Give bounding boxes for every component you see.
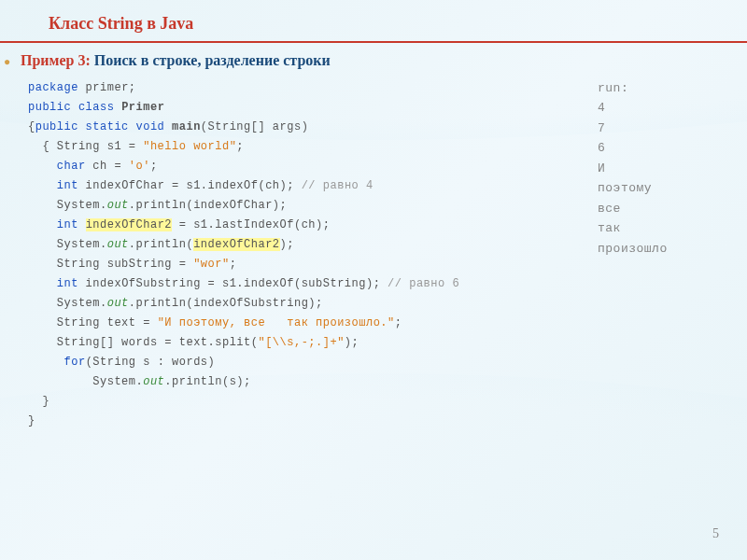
code-out: out <box>107 238 129 251</box>
output-line: поэтому <box>598 181 652 195</box>
code-text: String subString = <box>28 258 193 271</box>
code-text <box>28 277 57 290</box>
code-string: "И поэтому, все так произошло." <box>158 316 395 329</box>
code-text: System. <box>28 297 107 310</box>
code-comment: // равно 4 <box>302 179 374 192</box>
code-text: ; <box>395 316 402 329</box>
code-keyword: for <box>64 356 86 369</box>
code-text: indexOfChar = s1.indexOf(ch); <box>78 179 302 192</box>
code-text: ); <box>345 336 359 349</box>
code-highlighted: indexOfChar2 <box>86 218 172 231</box>
code-text <box>28 356 64 369</box>
code-text: (String s : words) <box>86 356 216 369</box>
code-text: ; <box>236 140 244 153</box>
example-number: Пример 3: <box>21 52 91 68</box>
code-string: "wor" <box>193 258 230 271</box>
code-text: System. <box>28 238 107 251</box>
code-keyword: int <box>57 277 78 290</box>
code-text: .println(indexOfSubstring); <box>129 297 323 310</box>
code-text: ; <box>230 258 237 271</box>
example-description: Поиск в строке, разделение строки <box>91 52 331 68</box>
code-text: System. <box>28 199 107 212</box>
output-line: все <box>598 202 621 216</box>
code-text: String[] words = text.split( <box>28 336 258 349</box>
code-text: .println( <box>129 238 193 251</box>
code-text: String text = <box>28 316 158 329</box>
code-keyword: char <box>57 160 86 173</box>
code-keyword: int <box>57 218 78 231</box>
output-line: 6 <box>598 141 605 155</box>
code-text: .println(indexOfChar); <box>129 199 287 212</box>
code-text: { String s1 = <box>28 140 143 153</box>
subtitle: Пример 3: Поиск в строке, разделение стр… <box>0 52 747 78</box>
code-out: out <box>107 297 129 310</box>
code-highlighted: indexOfChar2 <box>193 238 279 251</box>
code-keyword: int <box>57 179 78 192</box>
decorative-wave-bottom <box>0 373 747 560</box>
code-comment: // равно 6 <box>388 277 459 290</box>
code-text <box>78 218 86 231</box>
page-number: 5 <box>712 526 719 541</box>
code-string: "[\\s,-;.]+" <box>258 336 344 349</box>
code-text <box>28 218 57 231</box>
code-text <box>28 160 57 173</box>
output-line: так <box>598 221 621 235</box>
output-line: И <box>598 161 605 175</box>
code-out: out <box>107 199 129 212</box>
code-char: 'o' <box>129 160 150 173</box>
code-text <box>28 179 57 192</box>
code-text: indexOfSubstring = s1.indexOf(subString)… <box>78 277 388 290</box>
code-string: "hello world" <box>143 140 236 153</box>
code-text: ); <box>280 238 294 251</box>
code-text: ch = <box>86 160 129 173</box>
output-line: произошло <box>598 242 668 256</box>
code-text: = s1.lastIndexOf(ch); <box>172 218 330 231</box>
code-text: ; <box>150 160 158 173</box>
